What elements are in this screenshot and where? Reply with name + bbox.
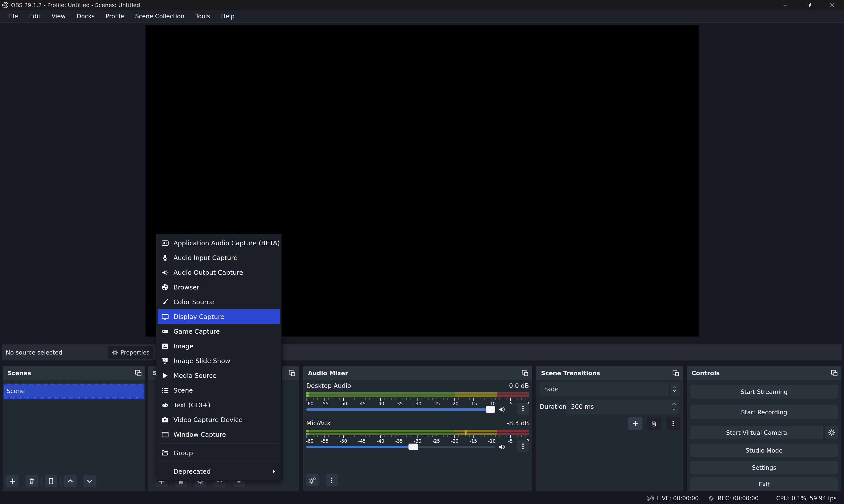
menu-item-group[interactable]: Group (158, 446, 280, 460)
properties-button[interactable]: Properties (108, 346, 154, 359)
exit-button[interactable]: Exit (690, 478, 838, 491)
settings-button[interactable]: Settings (690, 461, 838, 474)
channel-name: Desktop Audio (306, 382, 351, 390)
duration-spinbox[interactable]: 300 ms (566, 400, 679, 414)
menu-item-window-capture[interactable]: Window Capture (158, 427, 280, 442)
duration-spinner[interactable] (672, 400, 676, 414)
audio-mixer-panel: Audio Mixer Desktop Audio 0.0 dB -60-55-… (303, 366, 532, 491)
menu-file[interactable]: File (5, 10, 21, 22)
toolbar-separator (22, 477, 22, 486)
close-icon (829, 2, 836, 8)
start-virtual-camera-button[interactable]: Start Virtual Camera (690, 426, 823, 439)
cpu-stats: CPU: 0.1%, 59.94 fps (776, 495, 837, 502)
chevron-down-icon (672, 408, 676, 411)
advanced-audio-button[interactable] (306, 474, 319, 486)
virtual-camera-config-button[interactable] (826, 426, 838, 439)
menu-item-media-source[interactable]: Media Source (158, 368, 280, 383)
menu-separator (160, 462, 278, 462)
channel-level: -8.3 dB (507, 419, 529, 427)
transition-options-button[interactable] (666, 417, 680, 430)
svg-text:ab: ab (162, 402, 168, 408)
menu-view[interactable]: View (48, 10, 69, 22)
studio-mode-button[interactable]: Studio Mode (690, 444, 838, 457)
chevron-up-icon (672, 386, 677, 389)
menu-item-text-gdi[interactable]: ab Text (GDI+) (158, 398, 280, 412)
move-scene-down-button[interactable] (84, 475, 96, 487)
image-icon (161, 342, 169, 350)
start-recording-button[interactable]: Start Recording (690, 405, 838, 419)
menu-scene-collection[interactable]: Scene Collection (131, 10, 188, 22)
menu-item-game-capture[interactable]: Game Capture (158, 324, 280, 339)
popout-icon[interactable] (830, 369, 838, 377)
popout-icon[interactable] (134, 369, 142, 377)
duration-value: 300 ms (571, 400, 594, 414)
menu-item-audio-input-capture[interactable]: Audio Input Capture (158, 250, 280, 265)
group-icon (161, 449, 169, 457)
volume-slider-handle[interactable] (486, 406, 495, 413)
volume-slider-handle[interactable] (409, 444, 418, 450)
menu-item-application-audio-capture[interactable]: Application Audio Capture (BETA) (158, 236, 280, 250)
window-capture-icon (161, 431, 169, 438)
kebab-menu-icon (520, 443, 526, 450)
popout-icon[interactable] (672, 369, 680, 377)
scenes-toolbar (3, 475, 96, 487)
volume-icon[interactable] (498, 405, 506, 414)
add-icon (632, 420, 639, 427)
mic-aux-volume-slider[interactable] (306, 442, 529, 452)
scene-filters-button[interactable] (45, 475, 57, 487)
media-source-icon (161, 372, 169, 380)
close-button[interactable] (821, 0, 844, 10)
move-up-icon (67, 478, 74, 485)
controls-panel: Controls Start Streaming Start Recording… (687, 366, 841, 491)
advanced-audio-icon (308, 476, 316, 484)
popout-icon[interactable] (521, 369, 529, 377)
transition-select[interactable]: Fade (540, 382, 679, 396)
restore-button[interactable] (797, 0, 821, 10)
remove-transition-button[interactable] (647, 417, 661, 430)
menu-help[interactable]: Help (217, 10, 238, 22)
desktop-audio-volume-slider[interactable] (306, 404, 529, 414)
menu-item-color-source[interactable]: Color Source (158, 294, 280, 309)
menu-item-scene[interactable]: Scene (158, 383, 280, 398)
desktop-audio-options-button[interactable] (517, 403, 529, 415)
menu-item-deprecated[interactable]: Deprecated (158, 464, 280, 479)
scenes-panel-header: Scenes (3, 366, 145, 380)
add-transition-button[interactable] (628, 417, 642, 430)
menu-item-browser[interactable]: Browser (158, 280, 280, 294)
mic-aux-options-button[interactable] (517, 440, 529, 452)
menu-profile[interactable]: Profile (102, 10, 127, 22)
mixer-options-button[interactable] (326, 474, 338, 486)
menu-item-audio-output-capture[interactable]: Audio Output Capture (158, 265, 280, 280)
minimize-button[interactable] (773, 0, 797, 10)
move-scene-up-button[interactable] (64, 475, 76, 487)
transition-spinner[interactable] (669, 382, 679, 396)
menu-edit[interactable]: Edit (25, 10, 44, 22)
volume-icon[interactable] (498, 443, 506, 451)
menu-item-video-capture-device[interactable]: Video Capture Device (158, 412, 280, 427)
popout-icon[interactable] (288, 369, 296, 377)
menu-tools[interactable]: Tools (192, 10, 214, 22)
menu-item-image[interactable]: Image (158, 339, 280, 354)
channel-level: 0.0 dB (509, 382, 529, 390)
add-scene-button[interactable] (6, 475, 18, 487)
start-streaming-button[interactable]: Start Streaming (690, 385, 838, 398)
remove-scene-button[interactable] (25, 475, 38, 487)
menu-docks[interactable]: Docks (73, 10, 98, 22)
titlebar: OBS 29.1.2 - Profile: Untitled - Scenes:… (0, 0, 844, 10)
move-down-icon (86, 478, 93, 485)
scene-transitions-panel: Scene Transitions Fade Duration 300 ms (536, 366, 683, 491)
transition-buttons (628, 417, 680, 430)
cpu-status: CPU: 0.1%, 59.94 fps (776, 495, 837, 502)
display-capture-icon (161, 313, 169, 321)
gear-icon (112, 349, 118, 356)
chevron-up-icon (672, 403, 676, 406)
scene-list-item[interactable]: Scene (3, 383, 144, 399)
statusbar: LIVE: 00:00:00 REC: 00:00:00 CPU: 0.1%, … (0, 492, 844, 504)
text-gdi-icon: ab (161, 401, 169, 409)
recording-inactive-icon (707, 494, 715, 502)
game-capture-icon (161, 327, 169, 336)
rec-time: REC: 00:00:00 (718, 495, 758, 502)
menu-item-image-slide-show[interactable]: Image Slide Show (158, 354, 280, 368)
chevron-down-icon (672, 390, 677, 392)
menu-item-display-capture[interactable]: Display Capture (158, 309, 280, 324)
